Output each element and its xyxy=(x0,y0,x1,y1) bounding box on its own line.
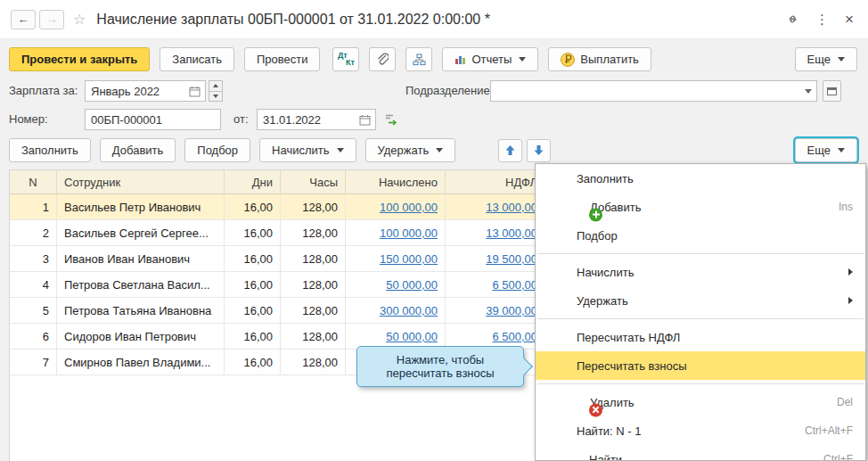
reports-button[interactable]: Отчеты xyxy=(442,47,538,71)
caret-down-icon xyxy=(519,57,526,62)
col-header-employee[interactable]: Сотрудник xyxy=(57,170,225,194)
calendar-icon[interactable] xyxy=(189,86,205,97)
ndfl-link[interactable]: 6 500,00 xyxy=(492,278,537,292)
favorite-star-icon[interactable]: ☆ xyxy=(73,11,86,28)
menu-item-label: Удержать xyxy=(577,294,628,308)
col-header-n[interactable]: N xyxy=(10,170,57,194)
menu-item-recalc-ndfl[interactable]: Пересчитать НДФЛ xyxy=(536,323,865,351)
cell-ndfl: 6 500,00 xyxy=(446,272,545,298)
more-context-menu: Заполнить Добавить Ins Подбор Начислить … xyxy=(535,163,866,461)
cell-rownum: 1 xyxy=(10,194,57,220)
fill-button[interactable]: Заполнить xyxy=(9,138,91,162)
calendar-icon[interactable] xyxy=(359,114,375,126)
combo-dropdown-button[interactable] xyxy=(800,81,816,101)
add-button[interactable]: Добавить xyxy=(100,138,176,162)
menu-item-delete[interactable]: Удалить Del xyxy=(536,388,865,416)
structure-button[interactable] xyxy=(405,47,432,71)
ndfl-link[interactable]: 13 000,00 xyxy=(486,226,537,240)
table-more-button[interactable]: Еще xyxy=(795,138,857,162)
post-and-close-label: Провести и закрыть xyxy=(21,53,137,66)
back-button[interactable]: ← xyxy=(11,10,36,29)
menu-item-find-current[interactable]: Найти: N - 1 Ctrl+Alt+F xyxy=(536,416,865,445)
accrue-label: Начислить xyxy=(272,144,329,157)
col-header-accrued[interactable]: Начислено xyxy=(346,170,446,194)
document-date-value[interactable] xyxy=(258,110,359,129)
cell-employee: Петрова Татьяна Ивановна xyxy=(57,298,225,324)
menu-item-withhold[interactable]: Удержать xyxy=(536,286,865,315)
department-open-button[interactable] xyxy=(823,80,841,102)
toolbar-more-button[interactable]: Еще xyxy=(795,47,857,71)
menu-item-label: Пересчитать НДФЛ xyxy=(577,331,680,344)
post-label: Провести xyxy=(257,53,308,66)
menu-item-find[interactable]: Найти... Ctrl+F xyxy=(536,445,865,461)
ndfl-link[interactable]: 13 000,00 xyxy=(486,201,537,214)
menu-separator xyxy=(537,383,864,384)
triangle-down-icon xyxy=(213,95,218,98)
attachments-button[interactable] xyxy=(369,47,396,71)
salary-month-input[interactable] xyxy=(85,80,206,102)
dtkt-button[interactable]: ДтКт xyxy=(332,47,359,71)
paperclip-icon xyxy=(376,53,389,66)
menu-item-fill[interactable]: Заполнить xyxy=(536,164,865,193)
kebab-icon: ⋮ xyxy=(815,12,829,28)
spin-down-button[interactable] xyxy=(209,91,222,102)
pay-label: Выплатить xyxy=(580,53,639,66)
ndfl-link[interactable]: 19 500,00 xyxy=(486,252,537,266)
cell-hours: 128,00 xyxy=(281,194,346,220)
pay-button[interactable]: Выплатить xyxy=(548,47,651,71)
get-link-button[interactable] xyxy=(786,12,799,26)
move-row-group xyxy=(498,139,551,162)
cell-ndfl: 13 000,00 xyxy=(446,194,545,220)
accrued-link[interactable]: 100 000,00 xyxy=(380,201,438,214)
back-icon: ← xyxy=(18,13,29,25)
move-down-button[interactable] xyxy=(527,139,551,162)
cell-accrued: 100 000,00 xyxy=(346,194,446,220)
accrue-button[interactable]: Начислить xyxy=(259,138,356,162)
table-command-bar: Заполнить Добавить Подбор Начислить Удер… xyxy=(9,138,857,162)
chevron-down-icon xyxy=(805,89,812,94)
ndfl-link[interactable]: 39 000,00 xyxy=(486,304,537,317)
menu-item-label: Заполнить xyxy=(577,172,634,185)
spin-up-button[interactable] xyxy=(209,81,222,91)
post-and-close-button[interactable]: Провести и закрыть xyxy=(9,47,150,71)
cell-rownum: 7 xyxy=(10,350,57,375)
department-value[interactable] xyxy=(491,81,800,101)
withhold-button[interactable]: Удержать xyxy=(365,138,456,162)
goto-icon[interactable] xyxy=(385,113,398,126)
col-header-ndfl[interactable]: НДФЛ xyxy=(446,170,545,194)
menu-item-label: Найти: N - 1 xyxy=(577,424,642,438)
accrued-link[interactable]: 300 000,00 xyxy=(380,304,438,317)
cell-hours: 128,00 xyxy=(281,298,346,324)
forward-button[interactable]: → xyxy=(39,10,64,29)
close-button[interactable]: × xyxy=(845,11,854,29)
accrued-link[interactable]: 50 000,00 xyxy=(386,278,438,292)
move-up-button[interactable] xyxy=(498,139,522,162)
ndfl-link[interactable]: 6 500,00 xyxy=(492,330,537,343)
col-header-days[interactable]: Дни xyxy=(225,170,281,194)
accrued-link[interactable]: 50 000,00 xyxy=(386,330,438,343)
document-number-input[interactable] xyxy=(85,109,221,130)
post-button[interactable]: Провести xyxy=(244,47,321,71)
document-date-input[interactable] xyxy=(257,109,376,130)
menu-item-label: Пересчитать взносы xyxy=(577,359,687,373)
pick-button[interactable]: Подбор xyxy=(184,138,250,162)
menu-item-add[interactable]: Добавить Ins xyxy=(536,193,865,221)
cell-accrued: 100 000,00 xyxy=(346,220,446,246)
document-number-value[interactable] xyxy=(86,110,220,129)
window-menu-button[interactable]: ⋮ xyxy=(815,12,829,28)
menu-item-recalc-contributions[interactable]: Пересчитать взносы xyxy=(536,351,865,380)
arrow-down-icon xyxy=(534,144,544,156)
menu-item-pick[interactable]: Подбор xyxy=(536,221,865,250)
caret-down-icon xyxy=(337,148,344,152)
department-combo[interactable] xyxy=(490,80,817,102)
col-header-hours[interactable]: Часы xyxy=(281,170,346,194)
shortcut-label: Ctrl+F xyxy=(823,453,853,461)
accrued-link[interactable]: 100 000,00 xyxy=(380,226,438,240)
menu-item-accrue[interactable]: Начислить xyxy=(536,258,865,286)
accrued-link[interactable]: 150 000,00 xyxy=(380,252,438,266)
cell-ndfl: 19 500,00 xyxy=(446,246,545,272)
page-title: Начисление зарплаты 00БП-000001 от 31.01… xyxy=(96,12,490,28)
write-button[interactable]: Записать xyxy=(160,47,234,71)
cell-employee: Иванов Иван Иванович xyxy=(57,246,225,272)
salary-month-value[interactable] xyxy=(86,81,189,101)
